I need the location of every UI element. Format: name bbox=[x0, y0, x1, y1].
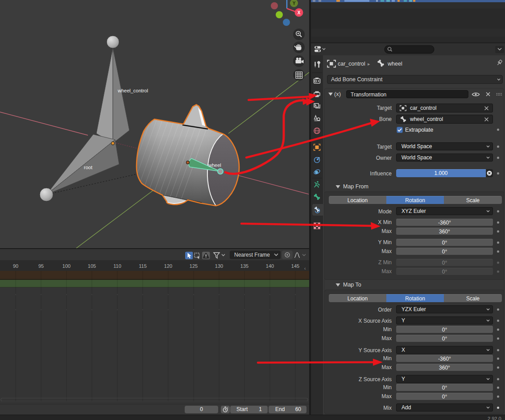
svg-text:wheel_control: wheel_control bbox=[117, 88, 148, 93]
svg-text:wheel: wheel bbox=[208, 162, 221, 168]
svg-text:Nearest Frame: Nearest Frame bbox=[234, 252, 270, 258]
svg-text:X: X bbox=[298, 10, 301, 15]
svg-text:Y: Y bbox=[293, 1, 296, 6]
svg-text:root: root bbox=[84, 165, 92, 170]
